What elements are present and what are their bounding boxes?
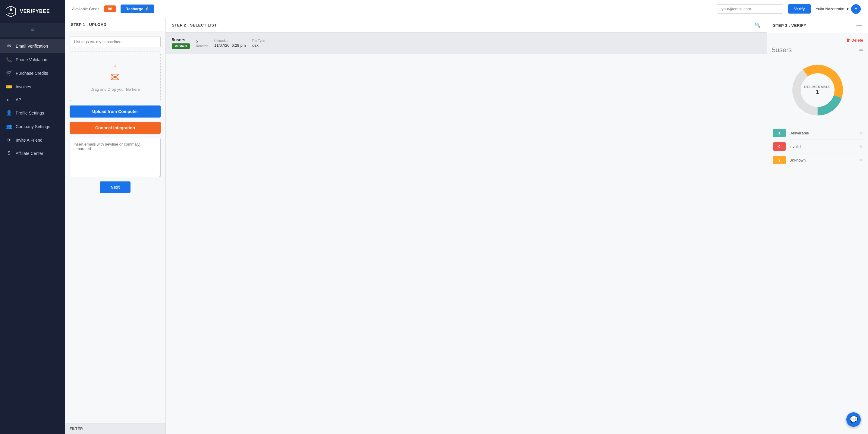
avatar: Y — [851, 4, 861, 14]
dollar-icon: $ — [6, 151, 12, 156]
chevron-down-icon: ▾ — [846, 7, 849, 11]
credit-value: 88 — [104, 5, 116, 12]
hamburger-button[interactable]: ≡ — [0, 23, 65, 37]
logo-text: VERIFYBEE — [20, 9, 50, 14]
phone-icon: 📞 — [6, 57, 12, 62]
step1-title: STEP 1 : UPLOAD — [71, 22, 107, 27]
legend-deliverable: 1 Deliverable — [772, 126, 863, 140]
legend: 1 Deliverable 0 Invalid 2 Unknown — [772, 126, 863, 167]
topbar: Available Credit 88 Recharge ⚡ Verify Yu… — [65, 0, 868, 18]
invalid-count: 0 — [773, 142, 786, 151]
next-button[interactable]: Next — [100, 181, 130, 193]
verify-button[interactable]: Verify — [788, 4, 811, 13]
main-content: Available Credit 88 Recharge ⚡ Verify Yu… — [65, 0, 868, 434]
sidebar-item-email-verification[interactable]: ✉ Email Verification — [0, 39, 65, 53]
connect-integration-button[interactable]: Connect Integration — [70, 122, 161, 134]
legend-invalid: 0 Invalid — [772, 140, 863, 153]
step1-panel: STEP 1 : UPLOAD ↓ ✉ Drag and Drop your f… — [65, 18, 166, 434]
trash-icon: 🗑 — [846, 38, 850, 42]
step3-header: STEP 3 : VERIFY — — [767, 18, 868, 33]
sidebar-item-invite-friend[interactable]: ✈ Invite A Friend — [0, 133, 65, 147]
uploaded-label: Uploaded — [214, 39, 246, 42]
unknown-count: 2 — [773, 156, 786, 164]
filter-bar: FILTER — [65, 424, 165, 434]
svg-point-1 — [10, 8, 12, 11]
search-icon[interactable]: 🔍 — [755, 22, 761, 28]
sidebar-item-label: Profile Settings — [16, 111, 44, 116]
sidebar-item-invoices[interactable]: 💳 Invoices — [0, 80, 65, 93]
verify-email-input[interactable] — [717, 4, 783, 13]
chat-icon: 💬 — [849, 415, 858, 424]
filter-label: FILTER — [70, 427, 83, 431]
list-item[interactable]: 5users Verified 5 Records Uploaded 11/07… — [166, 33, 767, 54]
drop-zone[interactable]: ↓ ✉ Drag and Drop your file here — [70, 52, 161, 101]
delete-label: Delete — [851, 38, 863, 42]
sidebar-item-phone-validation[interactable]: 📞 Phone Validation — [0, 53, 65, 66]
credit-card-icon: 💳 — [6, 84, 12, 90]
unknown-dot — [860, 159, 862, 161]
sidebar-item-profile-settings[interactable]: 👤 Profile Settings — [0, 106, 65, 120]
sidebar-item-company-settings[interactable]: 👥 Company Settings — [0, 120, 65, 133]
sidebar-item-label: Phone Validation — [16, 57, 47, 62]
sidebar-item-label: Company Settings — [16, 124, 50, 129]
delete-button[interactable]: 🗑 Delete — [846, 38, 863, 42]
profile-icon: 👤 — [6, 110, 12, 116]
sidebar: VERIFYBEE ≡ ✉ Email Verification 📞 Phone… — [0, 0, 65, 434]
list-item-records: 5 Records — [196, 39, 208, 48]
step2-body: 5users Verified 5 Records Uploaded 11/07… — [166, 33, 767, 54]
list-item-name: 5users — [172, 37, 190, 42]
step2-panel: STEP 2 : SELECT LIST 🔍 5users Verified 5… — [166, 18, 767, 434]
list-item-filetype: File Type xlsx — [252, 39, 265, 48]
sidebar-item-label: Affiliate Center — [16, 151, 43, 156]
step3-body: 🗑 Delete 5users ✏ — [767, 33, 868, 172]
sidebar-item-label: Invoices — [16, 84, 31, 89]
invalid-dot — [860, 145, 862, 148]
sidebar-item-label: Purchase Credits — [16, 71, 48, 76]
filetype-value: xlsx — [252, 43, 265, 48]
api-icon: >_ — [6, 98, 12, 102]
drop-text: Drag and Drop your file here — [90, 87, 140, 92]
user-menu[interactable]: Yulia Nazarenko ▾ Y — [815, 4, 861, 14]
drop-arrow-icon: ↓ — [76, 61, 154, 69]
step3-name-row: 5users ✏ — [772, 46, 863, 54]
deliverable-label: Deliverable — [789, 131, 856, 135]
envelope-icon: ✉ — [76, 70, 154, 84]
chat-bubble[interactable]: 💬 — [846, 412, 861, 427]
email-icon: ✉ — [6, 43, 12, 49]
step1-header: STEP 1 : UPLOAD — [65, 18, 165, 31]
step2-title: STEP 2 : SELECT LIST — [172, 23, 217, 27]
donut-chart — [787, 60, 848, 120]
upload-from-computer-button[interactable]: Upload from Computer — [70, 105, 161, 118]
logo-icon — [5, 5, 17, 18]
deliverable-count: 1 — [773, 129, 786, 137]
cart-icon: 🛒 — [6, 70, 12, 76]
unknown-label: Unknown — [789, 158, 856, 162]
sidebar-item-api[interactable]: >_ API — [0, 93, 65, 106]
sidebar-item-label: Email Verification — [16, 44, 48, 49]
step1-body: ↓ ✉ Drag and Drop your file here Upload … — [65, 31, 165, 198]
records-value: 5 — [196, 39, 208, 43]
filetype-label: File Type — [252, 39, 265, 42]
sidebar-item-label: Invite A Friend — [16, 138, 42, 143]
edit-icon[interactable]: ✏ — [859, 47, 863, 53]
legend-unknown: 2 Unknown — [772, 153, 863, 167]
deliverable-dot — [860, 132, 862, 134]
sidebar-nav: ✉ Email Verification 📞 Phone Validation … — [0, 37, 65, 434]
email-textarea[interactable] — [70, 138, 161, 177]
sidebar-item-affiliate-center[interactable]: $ Affiliate Center — [0, 147, 65, 160]
uploaded-value: 11/07/20, 6:28 pm — [214, 43, 246, 48]
list-item-uploaded: Uploaded 11/07/20, 6:28 pm — [214, 39, 246, 48]
verified-badge: Verified — [172, 43, 190, 49]
content-area: STEP 1 : UPLOAD ↓ ✉ Drag and Drop your f… — [65, 18, 868, 434]
user-name: Yulia Nazarenko — [815, 7, 844, 11]
sidebar-logo: VERIFYBEE — [0, 0, 65, 23]
step3-panel: STEP 3 : VERIFY — 🗑 Delete 5users ✏ — [767, 18, 868, 434]
sidebar-item-purchase-credits[interactable]: 🛒 Purchase Credits — [0, 66, 65, 80]
recharge-button[interactable]: Recharge ⚡ — [121, 4, 154, 13]
donut-chart-container: DELIVERABLE 1 — [772, 60, 863, 120]
step2-header: STEP 2 : SELECT LIST 🔍 — [166, 18, 767, 33]
records-label: Records — [196, 44, 208, 48]
company-icon: 👥 — [6, 124, 12, 129]
tags-input[interactable] — [70, 36, 161, 47]
list-item-name-meta: 5users Verified — [172, 37, 190, 49]
